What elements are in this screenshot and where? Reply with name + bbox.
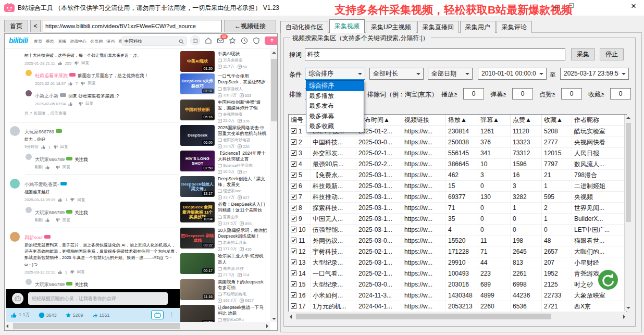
row-checkbox[interactable] [291, 227, 296, 232]
row-checkbox[interactable] [291, 238, 296, 243]
table-row[interactable]: 2 中国科技... 2025-03-0... https://w... 2500… [289, 137, 626, 148]
table-row[interactable]: 16 小米如何... 2024-11-3... https://w... 143… [289, 290, 626, 301]
nav-link[interactable]: 首页 [34, 39, 42, 44]
keyword-input[interactable] [305, 48, 565, 60]
tab[interactable]: 自动化操作区 [280, 21, 328, 33]
row-checkbox[interactable] [291, 172, 296, 178]
row-checkbox[interactable] [291, 150, 296, 156]
row-checkbox[interactable] [291, 270, 296, 276]
close-icon[interactable]: × [627, 0, 640, 14]
row-checkbox[interactable] [291, 303, 296, 309]
video-thumbnail[interactable]: 中国科技创新 05:16 [180, 100, 215, 120]
search-icon[interactable] [179, 39, 184, 44]
back-button[interactable]: < [30, 20, 41, 32]
commenter-name[interactable]: 大玩家666789 [35, 157, 65, 162]
video-thumbnail[interactable]: 00:17 [180, 253, 215, 274]
video-card[interactable]: 中国科技创新 05:16 中国科技创新“井喷”爆发，国媒体炸开了锅 央视网快看 … [180, 100, 270, 123]
commenter-avatar[interactable] [10, 126, 20, 136]
like-action[interactable]: 1.1万 [11, 312, 30, 318]
history-icon[interactable] [241, 37, 248, 44]
video-thumbnail[interactable]: DeepSeek 全网最详细教程 11个实操技巧 10:04 [180, 202, 215, 222]
video-title[interactable]: DeepSeek创始人「梁文锋」发展史 [218, 176, 268, 188]
video-title[interactable]: 让deepseek挑战一下马科比 难题 [218, 305, 268, 316]
video-thumbnail[interactable]: DeepSeek 6大炸裂技巧 07:37 [180, 73, 215, 94]
commenter-name[interactable]: 杜甫追着茅屋跑 [35, 73, 68, 78]
col-author[interactable]: 作者昵称 [572, 115, 613, 126]
url-input[interactable] [43, 20, 222, 32]
row-checkbox[interactable] [291, 194, 296, 200]
row-checkbox[interactable] [291, 249, 296, 254]
row-checkbox[interactable] [291, 139, 296, 145]
nav-link[interactable]: 直播 [58, 39, 66, 44]
date-to-picker[interactable]: 2025-03-17 23:59:5 [560, 68, 629, 80]
refresh-icon[interactable] [598, 269, 618, 290]
search-box[interactable]: 中国科技 [121, 36, 187, 46]
dropdown-option[interactable]: 最多播放 [306, 91, 364, 102]
commenter-name[interactable]: 因新soul [24, 235, 43, 240]
dislike-icon[interactable] [78, 102, 83, 106]
stop-button[interactable]: 停止 [600, 48, 624, 60]
duration-select[interactable]: 全部时长 [369, 68, 424, 80]
tab[interactable]: 采集UP主视频 [366, 21, 416, 33]
row-checkbox[interactable] [291, 259, 296, 265]
table-row[interactable]: 4 最强90后... 2025-02-2... https://w... 386… [289, 159, 626, 170]
dropdown-option[interactable]: 最多收藏 [306, 121, 364, 132]
col-link[interactable]: 视频链接 [402, 115, 446, 126]
browser-vertical-scrollbar[interactable] [270, 49, 278, 322]
table-row[interactable]: 10 伍强智能... 2025-03-1... https://w... 4 0… [289, 225, 626, 235]
table-row[interactable]: 17 1万元的机... 2024-04-1... https://w... 20… [289, 301, 626, 312]
dislike-icon[interactable] [53, 145, 58, 150]
dropdown-option[interactable]: 最多弹幕 [306, 111, 364, 122]
dropdown-option[interactable]: 综合排序 [306, 81, 364, 91]
scroll-up-icon[interactable] [626, 117, 630, 119]
row-checkbox[interactable] [291, 292, 296, 298]
commenter-avatar[interactable] [26, 154, 32, 160]
video-title[interactable]: 中国科技创新“井喷”爆发，国媒体炸开了锅 [218, 100, 268, 111]
nav-link[interactable]: 番剧 [46, 39, 54, 44]
tab[interactable]: 采集直播间 [417, 21, 459, 33]
scroll-up-icon[interactable] [272, 52, 276, 54]
video-title[interactable]: 美国视角下的deepseek有多可怕 [218, 279, 268, 291]
video-card[interactable]: 把Deepseek 训练成精 03:22 10人隐藏提示词，教你把Deepsee… [180, 228, 270, 252]
creator-icon[interactable] [253, 37, 260, 44]
col-play[interactable]: 播放▲ [446, 115, 478, 126]
dislike-icon[interactable] [70, 197, 75, 202]
row-checkbox[interactable] [291, 128, 296, 134]
like-icon[interactable] [41, 145, 46, 150]
video-thumbnail[interactable]: 中美AI现状 01:20 [180, 51, 215, 72]
browser-horizontal-scrollbar[interactable] [5, 322, 270, 330]
row-checkbox[interactable] [291, 161, 296, 167]
min-play-input[interactable] [463, 88, 484, 100]
reply-button[interactable]: 回复 [88, 81, 95, 86]
bilibili-logo[interactable]: bilibili [9, 36, 28, 45]
video-thumbnail[interactable]: DeepSeek 06:00 [180, 125, 215, 146]
reply-button[interactable]: 回复 [85, 101, 93, 106]
table-row[interactable]: 7 科技推动... 2025-03-1... https://w... 6937… [289, 192, 626, 203]
tab[interactable]: 采集视频 [329, 19, 365, 33]
col-danmaku[interactable]: 弹幕▲ [478, 115, 511, 126]
video-thumbnail[interactable]: 把Deepseek 训练成精 03:22 [180, 228, 215, 249]
scroll-left-icon[interactable] [290, 315, 292, 319]
row-checkbox[interactable] [291, 183, 296, 189]
reply-button[interactable]: 回复 [77, 197, 85, 203]
sort-order-select[interactable]: 综合排序 [305, 68, 365, 80]
dropdown-option[interactable]: 最多发布 [306, 101, 364, 111]
video-thumbnail[interactable]: HIV'S LONG SHOT 07:58 [180, 151, 215, 171]
nav-link[interactable]: 会员购 [90, 39, 103, 44]
scroll-down-icon[interactable] [626, 307, 630, 309]
commenter-avatar[interactable] [26, 207, 32, 213]
video-card[interactable]: DeepSeek 06:00 2025国家级网络攻击-中国重大变革的危机与转机 … [180, 125, 270, 149]
date-from-picker[interactable]: 2010-01-01 00:00:0 [478, 68, 547, 80]
video-card[interactable]: 00:17 哈尔滨工业大学-蛇形机器人 未来源-科技 27.9万 114 [180, 253, 270, 277]
commenter-avatar[interactable] [26, 279, 32, 285]
video-title[interactable]: 中美AI现状 [218, 51, 268, 57]
table-row[interactable]: 14 一口气看... 2025-02-1... https://w... 100… [289, 268, 626, 279]
video-thumbnail[interactable]: DeepSeek创始人「梁文锋」 13:17 [180, 176, 215, 197]
date-range-select[interactable]: 全部日期 [428, 68, 473, 80]
like-icon[interactable] [68, 81, 73, 86]
table-row[interactable]: 6 科技最新... 2025-03-1... https://w... 15 0… [289, 181, 626, 192]
message-icon[interactable]: 66 [217, 37, 224, 44]
tab[interactable]: 采集用户 [460, 21, 496, 33]
favorite-action[interactable]: 5209 [65, 312, 83, 318]
tv-mode-icon[interactable] [151, 311, 164, 319]
